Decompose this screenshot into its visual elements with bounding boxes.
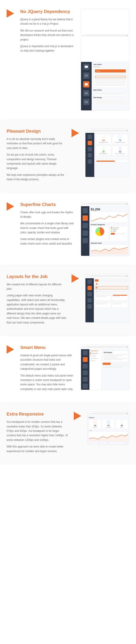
legend-btn-1: [111, 233, 115, 235]
cell-line-5: [96, 302, 110, 303]
mock-topbar-2: [85, 129, 129, 133]
submenu-item-3: Ecommerce: [90, 357, 100, 359]
resp-chart-label: Sales: [89, 430, 128, 431]
mock-layout-body: [85, 278, 129, 322]
area-chart-svg: [91, 245, 128, 254]
list-row-3: [95, 290, 128, 293]
smart-sidebar-5: [83, 377, 88, 382]
tab-line-1: [103, 366, 128, 366]
section-2-content: Pleasant Design It is not an absolute ne…: [7, 128, 66, 184]
sidebar-icon-a: [88, 134, 92, 139]
smart-content: Developer: [103, 350, 128, 362]
table-row-1: [96, 158, 127, 159]
cell-line-7: [113, 302, 127, 303]
topbar-dot-8: [82, 346, 83, 348]
content-line-2: [104, 356, 122, 356]
section-4-para-2: Listing pages with view mode changing ca…: [7, 293, 66, 325]
mock-smart-main: Developer: [101, 349, 129, 390]
legend-actions: [111, 233, 127, 235]
mock-main-1: Your Select Store Logo Carrot Date Picke…: [92, 62, 129, 110]
resp-num-3: 32: [116, 424, 127, 426]
section-icon-4: [72, 274, 80, 283]
mock-option-5: [95, 84, 126, 86]
deposits-title: Deposits Visits: [91, 242, 128, 244]
topbar-search-4: [90, 275, 125, 277]
chart-x-axis: Jan Feb Mar Apr May: [89, 442, 128, 444]
grid-cell-3: [95, 301, 111, 308]
mock-main-2: 14 Pending Orders 74 Completed Orders 25…: [94, 133, 129, 177]
mock-layout-main: [94, 278, 129, 322]
mock-select-filled: Carrot: [95, 70, 126, 72]
date-input: [94, 92, 126, 94]
form-title: Your Select: [93, 64, 127, 65]
section-6-para-1: Xxs breakpoint is for smaller screens th…: [7, 420, 68, 442]
legend-box: Electronics Apparel Other: [110, 226, 128, 242]
topbar-search-5: [86, 346, 125, 348]
mock-ui-pleasant: 14 Pending Orders 74 Completed Orders 25…: [85, 128, 129, 177]
mock-resp-body: Default 14 Pending 74 Completed 32 Order…: [88, 416, 129, 444]
legend-btn-2: [116, 233, 120, 235]
date-range-label: Date Range: [93, 97, 127, 98]
topbar-dot-11: [91, 413, 92, 414]
section-1-content: No JQuery Dependency jQuery is a great l…: [20, 9, 75, 55]
nav-tab-active: [103, 363, 111, 365]
section-3-para-1: Charts often look ugly and breaks the rh…: [20, 210, 75, 219]
section-3-title: Superfine Charts: [20, 202, 75, 207]
mock-card-2: 74 Completed Orders: [112, 134, 128, 144]
sidebar-icon-2: [83, 72, 89, 79]
mock-option-3: [95, 78, 126, 81]
table-row-2: [96, 159, 127, 160]
form-sublabel: Store Logo: [93, 66, 127, 68]
smart-sidebar-3: [83, 364, 88, 368]
grid-cell-4: [112, 301, 128, 308]
card-num-1: 14: [97, 139, 110, 142]
card-lbl-4: New Comments: [113, 153, 127, 154]
section-layouts: Layouts for the Job We created lots of d…: [0, 265, 136, 336]
section-6-title: Extra Responsive: [7, 411, 68, 417]
mock-ui-smart-menu: Applications Dashboard Analytics Ecommer…: [81, 345, 129, 390]
arrow-icon-2: [72, 129, 79, 137]
topbar-dot-5: [84, 203, 85, 204]
row-content-3: [98, 291, 127, 292]
section-4-title: Layouts for the Job: [7, 274, 66, 279]
topbar-avatar: [126, 34, 128, 36]
list-row-2: [95, 286, 128, 289]
date-picker-mock: [93, 92, 127, 96]
content-line-1: [104, 354, 127, 355]
section-no-jquery: No JQuery Dependency jQuery is a great l…: [0, 0, 136, 120]
submenu-item-4: Content: [90, 360, 100, 362]
mock-ui-charts: $1,250 Product Categories Electronics: [81, 202, 129, 256]
legend-btn-3: [120, 233, 124, 235]
card-icon-1: [102, 135, 105, 139]
search-bar-layout: [103, 279, 128, 282]
topbar-search-2: [91, 130, 125, 132]
resp-icon-2: [107, 420, 110, 424]
mock-topbar-3: [81, 202, 129, 206]
topbar-avatar-6: [126, 412, 128, 415]
resp-mini-chart: [89, 432, 128, 442]
sidebar-icon-3: [83, 81, 89, 88]
topbar-dot-10: [89, 413, 90, 414]
arrow-icon-3: [7, 202, 14, 211]
section-2-para-1: It is not an absolute necessity but it r…: [7, 137, 66, 150]
date-range-input-2: [94, 102, 126, 104]
cell-line-1: [96, 295, 110, 296]
cell-line-3: [113, 295, 127, 296]
section-smart-menu: Smart Menu Instead of good old single pa…: [0, 336, 136, 402]
card-icon-2: [118, 135, 122, 139]
legend-dot-2: [111, 229, 112, 230]
resp-label: Default: [89, 417, 128, 418]
section-icon-5: [7, 345, 15, 354]
submenu-item-1: Dashboard: [90, 352, 100, 354]
arrow-icon-1: [7, 9, 14, 18]
sidebar-icon-4: [83, 90, 89, 96]
resp-card-2: 74 Completed: [102, 419, 114, 429]
grid-cell-1: [95, 294, 111, 300]
topbar-dot-7: [88, 276, 90, 276]
pie-chart-box: [91, 226, 109, 242]
section-5-para-2: The default menu auto hides sub panel wh…: [20, 374, 75, 392]
row-check-2: [96, 287, 97, 288]
date-range-mock: [93, 99, 127, 105]
mock-layout-sidebar: [85, 278, 94, 322]
section-icon-1: [7, 9, 15, 18]
